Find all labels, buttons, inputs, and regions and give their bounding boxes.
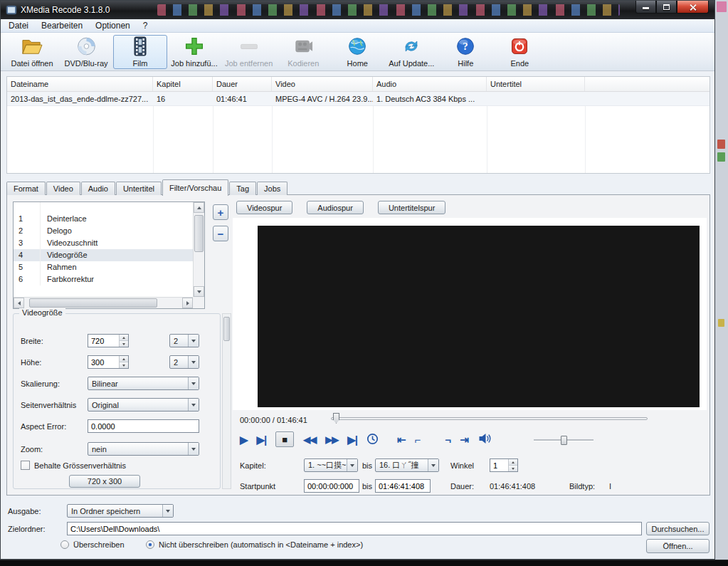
stop-button[interactable]: ■ bbox=[275, 431, 294, 447]
ausgabe-dropdown[interactable]: In Ordner speichern bbox=[67, 504, 174, 518]
seek-thumb[interactable] bbox=[333, 413, 339, 424]
kapitel-to-dropdown[interactable]: 16. 口ㄚ˝撞 bbox=[375, 458, 439, 472]
toolbar-exit-button[interactable]: Ende bbox=[492, 35, 547, 69]
column-header-untertitel[interactable]: Untertitel bbox=[487, 77, 585, 91]
tab-video[interactable]: Video bbox=[46, 182, 80, 195]
zielordner-input[interactable] bbox=[67, 522, 642, 535]
clock-icon[interactable] bbox=[366, 433, 379, 446]
spinner-down-icon[interactable] bbox=[509, 466, 517, 471]
volume-thumb[interactable] bbox=[561, 436, 567, 445]
toolbar-update-button[interactable]: Auf Update... bbox=[384, 35, 438, 69]
filter-row[interactable]: 3Videozuschnitt bbox=[14, 237, 193, 249]
menu-optionen[interactable]: Optionen bbox=[89, 19, 137, 32]
filter-row[interactable]: 6Farbkorrektur bbox=[14, 273, 193, 285]
breite-factor-dropdown[interactable]: 2 bbox=[169, 334, 199, 347]
scroll-down-icon[interactable] bbox=[194, 286, 204, 297]
kapitel-from-dropdown[interactable]: 1. ~~口摸~ bbox=[304, 458, 358, 472]
radio-unchecked-icon[interactable] bbox=[60, 540, 69, 549]
spinner-up-icon[interactable] bbox=[509, 459, 517, 466]
toolbar-dvd-bluray-button[interactable]: DVD/Blu-ray bbox=[59, 35, 113, 69]
toolbar-remove-job-button[interactable]: Job entfernen bbox=[221, 35, 276, 69]
menu-bearbeiten[interactable]: Bearbeiten bbox=[35, 19, 89, 32]
spinner-down-icon[interactable] bbox=[120, 362, 128, 368]
taskbar[interactable] bbox=[0, 560, 728, 566]
mark-end-icon[interactable]: ⇥ bbox=[460, 434, 468, 445]
hoehe-factor-dropdown[interactable]: 2 bbox=[169, 355, 199, 369]
overwrite-radio-option[interactable]: Überschreiben bbox=[60, 540, 125, 549]
filter-row-selected[interactable]: 4Videogröße bbox=[14, 249, 193, 261]
minimize-button[interactable] bbox=[635, 1, 656, 14]
no-overwrite-radio-option[interactable]: Nicht überschreiben (automatisch in <Dat… bbox=[146, 540, 363, 549]
titlebar[interactable]: XMedia Recode 3.1.8.0 bbox=[1, 1, 714, 19]
tab-format[interactable]: Format bbox=[6, 182, 46, 195]
toolbar-add-job-button[interactable]: Job hinzufü... bbox=[167, 35, 221, 69]
mark-start-icon[interactable]: ⇤ bbox=[397, 434, 406, 445]
breite-input[interactable] bbox=[88, 334, 129, 347]
panel-vscroll-thumb[interactable] bbox=[223, 317, 230, 341]
spinner-up-icon[interactable] bbox=[120, 335, 128, 341]
file-row[interactable]: 2013-das_ist_das_ende-ddlme-zz727... 16 … bbox=[7, 92, 709, 106]
scroll-right-icon[interactable] bbox=[182, 298, 193, 308]
toolbar-help-button[interactable]: ? Hilfe bbox=[438, 35, 492, 69]
zoom-dropdown[interactable]: nein bbox=[88, 442, 199, 456]
mark-open-icon[interactable]: ⌐ bbox=[415, 434, 421, 445]
speaker-icon[interactable] bbox=[478, 433, 491, 446]
filter-row[interactable]: 5Rahmen bbox=[14, 261, 193, 273]
hscroll-thumb[interactable] bbox=[29, 298, 157, 308]
fast-forward-icon[interactable]: ▶▶ bbox=[325, 435, 338, 444]
size-result-button[interactable]: 720 x 300 bbox=[69, 475, 140, 488]
oeffnen-button[interactable]: Öffnen... bbox=[646, 539, 709, 553]
column-header-audio[interactable]: Audio bbox=[373, 77, 487, 91]
tab-audio[interactable]: Audio bbox=[81, 182, 115, 195]
column-header-dateiname[interactable]: Dateiname bbox=[7, 77, 153, 91]
tab-jobs[interactable]: Jobs bbox=[257, 182, 287, 195]
menu-datei[interactable]: Datei bbox=[2, 19, 35, 32]
scroll-up-icon[interactable] bbox=[194, 202, 204, 213]
mark-close-icon[interactable]: ¬ bbox=[445, 434, 450, 445]
winkel-input[interactable] bbox=[490, 458, 518, 472]
next-frame-icon[interactable]: ▶| bbox=[257, 434, 267, 445]
audiospur-button[interactable]: Audiospur bbox=[307, 201, 364, 214]
toolbar-film-button[interactable]: Film bbox=[113, 35, 167, 69]
remove-filter-button[interactable]: − bbox=[213, 226, 228, 241]
menu-hilfe[interactable]: ? bbox=[137, 19, 154, 32]
untertitelspur-button[interactable]: Untertitelspur bbox=[378, 201, 445, 214]
toolbar-open-file-button[interactable]: Datei öffnen bbox=[5, 35, 59, 69]
keep-ratio-checkbox[interactable] bbox=[21, 461, 30, 470]
tab-untertitel[interactable]: Untertitel bbox=[116, 182, 162, 195]
filter-row[interactable]: 2Delogo bbox=[14, 225, 193, 237]
radio-checked-icon[interactable] bbox=[146, 540, 154, 549]
videospur-button[interactable]: Videospur bbox=[236, 201, 292, 214]
column-header-video[interactable]: Video bbox=[272, 77, 373, 91]
panel-vscrollbar[interactable] bbox=[222, 313, 231, 489]
spinner-up-icon[interactable] bbox=[120, 356, 128, 362]
startpunkt-input[interactable] bbox=[304, 479, 359, 493]
close-button[interactable] bbox=[677, 1, 709, 14]
play-icon[interactable]: ▶ bbox=[240, 434, 248, 445]
toolbar-home-button[interactable]: Home bbox=[330, 35, 384, 69]
spinner-down-icon[interactable] bbox=[120, 341, 128, 347]
maximize-button[interactable] bbox=[656, 1, 677, 14]
seitenverhaeltnis-dropdown[interactable]: Original bbox=[88, 398, 199, 412]
rewind-icon[interactable]: ◀◀ bbox=[303, 435, 316, 444]
vscroll-thumb[interactable] bbox=[194, 215, 204, 252]
step-forward-icon[interactable]: ▶| bbox=[347, 434, 357, 445]
scroll-left-icon[interactable] bbox=[14, 298, 24, 308]
column-header-kapitel[interactable]: Kapitel bbox=[153, 77, 213, 91]
volume-slider[interactable] bbox=[534, 434, 594, 446]
filter-list-vscrollbar[interactable] bbox=[193, 202, 204, 297]
filter-list-hscrollbar[interactable] bbox=[14, 297, 193, 308]
endpunkt-input[interactable] bbox=[375, 479, 431, 493]
add-filter-button[interactable]: + bbox=[213, 204, 228, 220]
seek-slider[interactable] bbox=[331, 412, 648, 424]
aspect-error-input[interactable] bbox=[88, 419, 199, 433]
skalierung-dropdown[interactable]: Bilinear bbox=[88, 377, 199, 390]
durchsuchen-button[interactable]: Durchsuchen... bbox=[646, 522, 709, 535]
video-preview-screen[interactable] bbox=[258, 226, 700, 407]
hoehe-input[interactable] bbox=[88, 355, 129, 369]
column-header-dauer[interactable]: Dauer bbox=[213, 77, 272, 91]
filter-row[interactable]: 1Deinterlace bbox=[14, 213, 193, 225]
tab-tag[interactable]: Tag bbox=[229, 182, 256, 195]
toolbar-encode-button[interactable]: Kodieren bbox=[276, 35, 330, 69]
tab-filter-vorschau[interactable]: Filter/Vorschau bbox=[162, 179, 228, 196]
